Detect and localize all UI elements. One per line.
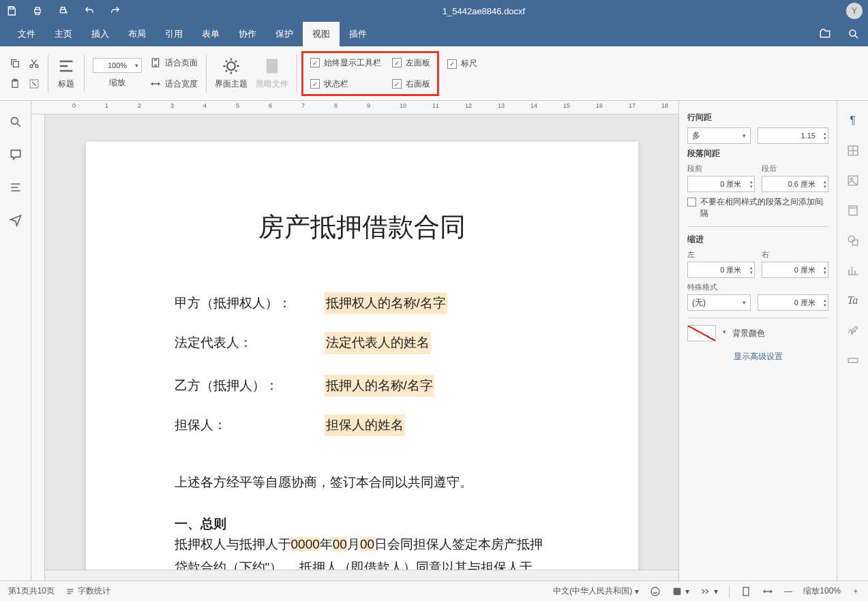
- zoom-combo[interactable]: 100%: [93, 58, 142, 73]
- select-all-button[interactable]: [29, 78, 40, 89]
- quick-print-icon[interactable]: [57, 5, 70, 17]
- zoom-level[interactable]: 缩放100%: [803, 585, 841, 597]
- zoom-in-button[interactable]: ＋: [852, 585, 860, 597]
- navigation-button[interactable]: 标题: [53, 46, 80, 100]
- headings-icon[interactable]: [8, 180, 23, 195]
- copy-button[interactable]: [10, 58, 20, 69]
- ribbon-view: 标题 100% 缩放 适合页面 适合宽度 界面主题 黑暗文件 ✓始终显示工具栏 …: [0, 46, 868, 101]
- document-scroll[interactable]: 房产抵押借款合同 甲方（抵押权人）：抵押权人的名称/名字 法定代表人：法定代表人…: [31, 114, 678, 570]
- table-icon[interactable]: [845, 143, 860, 158]
- find-icon[interactable]: [8, 114, 23, 129]
- navigation-label: 标题: [58, 78, 74, 90]
- check-statusbar[interactable]: ✓状态栏: [310, 78, 381, 90]
- indent-left[interactable]: 0 厘米: [687, 262, 755, 278]
- tab-references[interactable]: 引用: [155, 22, 192, 46]
- feedback-icon[interactable]: [8, 213, 23, 228]
- theme-label: 界面主题: [215, 78, 248, 90]
- svg-point-11: [227, 62, 235, 70]
- paragraph-icon[interactable]: ¶: [845, 113, 860, 128]
- form-field[interactable]: 抵押人的名称/名字: [325, 375, 434, 397]
- line-spacing-title: 行间距: [687, 112, 828, 123]
- fit-width-icon[interactable]: [762, 586, 773, 597]
- word-count[interactable]: 字数统计: [65, 585, 110, 597]
- tab-view[interactable]: 视图: [303, 22, 340, 46]
- form-settings-icon[interactable]: [845, 353, 860, 368]
- comments-icon[interactable]: [8, 147, 23, 162]
- page-indicator[interactable]: 第1页共10页: [8, 585, 55, 597]
- menu-bar: 文件 主页 插入 布局 引用 表单 协作 保护 视图 插件: [0, 22, 868, 46]
- header-footer-icon[interactable]: [845, 203, 860, 218]
- tab-layout[interactable]: 布局: [119, 22, 155, 46]
- image-icon[interactable]: [845, 173, 860, 188]
- svg-rect-22: [674, 587, 681, 595]
- svg-point-3: [850, 30, 856, 36]
- field-label: 担保人：: [175, 414, 325, 436]
- form-field[interactable]: 0000: [291, 537, 320, 551]
- signature-icon[interactable]: [845, 323, 860, 338]
- spellcheck-icon[interactable]: [650, 586, 661, 597]
- form-field[interactable]: 00: [333, 537, 347, 551]
- tab-insert[interactable]: 插入: [82, 22, 119, 46]
- vertical-ruler[interactable]: [31, 114, 45, 581]
- field-label: 甲方（抵押权人）：: [175, 292, 325, 314]
- svg-rect-0: [10, 7, 13, 9]
- body-text: 抵押权人与抵押人于0000年00月00日会同担保人签定本房产抵押贷款合约（下约"…: [175, 533, 550, 570]
- check-left-panel[interactable]: ✓左面板: [392, 57, 430, 69]
- spacing-before[interactable]: 0 厘米: [687, 176, 755, 192]
- fit-width-button[interactable]: 适合宽度: [150, 78, 198, 90]
- undo-icon[interactable]: [83, 5, 95, 17]
- special-indent-combo[interactable]: (无): [687, 294, 751, 311]
- tab-plugins[interactable]: 插件: [340, 22, 376, 46]
- tab-collaboration[interactable]: 协作: [229, 22, 266, 46]
- form-field[interactable]: 抵押权人的名称/名字: [325, 292, 447, 314]
- text-art-icon[interactable]: Ta: [845, 293, 860, 308]
- bg-color-label: 背景颜色: [732, 328, 765, 339]
- tab-file[interactable]: 文件: [8, 22, 45, 46]
- dark-document-label: 黑暗文件: [256, 78, 288, 90]
- line-spacing-mode[interactable]: 多: [687, 127, 751, 144]
- horizontal-scrollbar[interactable]: [31, 570, 678, 581]
- track-changes-toggle[interactable]: ▾: [700, 586, 718, 597]
- print-icon[interactable]: [31, 5, 44, 17]
- form-field[interactable]: 法定代表人的姓名: [325, 332, 431, 354]
- fit-page-button[interactable]: 适合页面: [150, 57, 198, 69]
- svg-point-21: [651, 587, 659, 596]
- show-advanced-link[interactable]: 显示高级设置: [687, 351, 828, 363]
- redo-icon[interactable]: [109, 5, 121, 17]
- paste-button[interactable]: [10, 78, 20, 89]
- tab-home[interactable]: 主页: [45, 22, 82, 46]
- save-icon[interactable]: [5, 5, 18, 17]
- track-changes-icon[interactable]: ▾: [672, 586, 689, 597]
- user-avatar[interactable]: Y: [846, 3, 863, 19]
- language-selector[interactable]: 中文(中华人民共和国) ▾: [553, 585, 639, 597]
- fit-page-icon[interactable]: [740, 586, 751, 597]
- search-icon[interactable]: [839, 22, 868, 46]
- theme-button[interactable]: 界面主题: [211, 46, 252, 100]
- open-location-icon[interactable]: [811, 22, 839, 46]
- chart-icon[interactable]: [845, 263, 860, 278]
- zoom-out-button[interactable]: —: [784, 587, 792, 596]
- field-label: 法定代表人：: [175, 332, 325, 354]
- spacing-after[interactable]: 0.6 厘米: [762, 176, 829, 192]
- field-label: 乙方（抵押人）：: [175, 375, 325, 397]
- line-spacing-value[interactable]: 1.15: [758, 127, 829, 144]
- horizontal-ruler[interactable]: 0123456789101112131415161718: [31, 101, 678, 114]
- svg-rect-17: [849, 206, 857, 215]
- check-ruler[interactable]: ✓标尺: [447, 58, 477, 70]
- svg-point-16: [850, 178, 852, 180]
- shape-icon[interactable]: [845, 233, 860, 248]
- tab-forms[interactable]: 表单: [192, 22, 229, 46]
- title-bar: 1_5442ae8846.docxf Y: [0, 0, 868, 22]
- check-right-panel[interactable]: ✓右面板: [392, 78, 430, 90]
- svg-rect-12: [267, 59, 278, 74]
- check-always-toolbar[interactable]: ✓始终显示工具栏: [310, 57, 381, 69]
- bg-color-swatch[interactable]: [687, 325, 716, 341]
- special-indent-value[interactable]: 0 厘米: [758, 294, 829, 311]
- form-field[interactable]: 00: [360, 537, 374, 551]
- cut-button[interactable]: [29, 58, 40, 69]
- form-field[interactable]: 担保人的姓名: [325, 414, 405, 436]
- indent-right[interactable]: 0 厘米: [762, 262, 829, 278]
- tab-protect[interactable]: 保护: [266, 22, 303, 46]
- no-space-same-style-check[interactable]: 不要在相同样式的段落之间添加间隔: [687, 196, 828, 219]
- paragraph: 上述各方经平等自愿协商，签订本合同以共同遵守。: [175, 470, 550, 495]
